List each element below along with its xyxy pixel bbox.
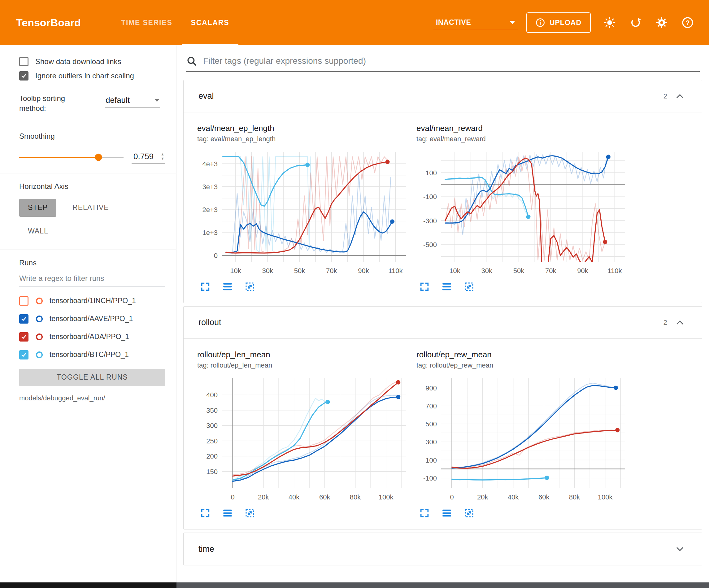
upload-button[interactable]: UPLOAD	[526, 12, 591, 33]
fit-domain-icon[interactable]	[464, 281, 475, 292]
svg-text:10k: 10k	[230, 267, 241, 275]
svg-text:500: 500	[425, 420, 437, 428]
run-checkbox[interactable]	[19, 350, 28, 359]
bottom-strip-left	[0, 582, 177, 588]
chart-rollout-ep-len-mean[interactable]: 020k40k60k80k100k150200250300350400	[197, 374, 411, 504]
section-body-rollout: rollout/ep_len_mean tag: rollout/ep_len_…	[184, 339, 702, 529]
run-label: tensorboard/AAVE/PPO_1	[50, 314, 133, 323]
chart-block-eval-mean-ep-length: eval/mean_ep_length tag: eval/mean_ep_le…	[197, 124, 411, 292]
show-download-links-checkbox[interactable]: Show data download links	[19, 57, 165, 66]
run-checkbox[interactable]	[19, 332, 28, 341]
expand-chart-icon[interactable]	[419, 281, 430, 292]
smoothing-slider[interactable]	[19, 154, 124, 161]
run-checkbox[interactable]	[19, 314, 28, 324]
svg-text:90k: 90k	[577, 267, 588, 275]
chevron-up-icon[interactable]	[676, 320, 684, 325]
runs-filter-input[interactable]	[19, 272, 165, 287]
svg-text:?: ?	[685, 19, 690, 27]
check-icon	[21, 352, 27, 358]
chart-eval-mean-ep-length[interactable]: 10k30k50k70k90k110k01e+32e+33e+34e+3	[197, 147, 411, 277]
header-icons: ?	[603, 16, 709, 29]
svg-text:100k: 100k	[598, 493, 613, 501]
ignore-outliers-checkbox[interactable]: Ignore outliers in chart scaling	[19, 71, 165, 80]
axis-wall-button[interactable]: WALL	[19, 222, 57, 240]
search-icon	[186, 56, 197, 66]
run-row-aave[interactable]: tensorboard/AAVE/PPO_1	[19, 310, 165, 328]
svg-text:90k: 90k	[358, 267, 369, 275]
main-tabs: TIME SERIES SCALARS	[112, 0, 238, 45]
checkbox-box[interactable]	[19, 71, 28, 80]
chevron-up-icon[interactable]	[676, 94, 684, 99]
svg-text:0: 0	[214, 252, 218, 259]
svg-text:20k: 20k	[477, 493, 488, 501]
tag-filter-input[interactable]	[203, 56, 699, 66]
help-icon[interactable]: ?	[681, 16, 694, 29]
axis-step-button[interactable]: STEP	[19, 199, 56, 217]
check-icon	[21, 73, 27, 79]
status-dropdown[interactable]: INACTIVE	[434, 15, 518, 30]
caret-down-icon	[509, 21, 515, 24]
refresh-icon[interactable]	[629, 16, 642, 29]
chevron-down-icon[interactable]	[676, 546, 684, 552]
svg-text:60k: 60k	[539, 493, 550, 501]
svg-text:70k: 70k	[545, 267, 556, 275]
chart-tag: tag: eval/mean_ep_length	[197, 135, 411, 143]
fit-domain-icon[interactable]	[244, 508, 256, 519]
checkbox-box[interactable]	[19, 57, 28, 66]
svg-text:900: 900	[425, 384, 437, 392]
expand-chart-icon[interactable]	[200, 281, 211, 292]
section-header-eval[interactable]: eval 2	[184, 80, 702, 112]
runs-list: tensorboard/1INCH/PPO_1 tensorboard/AAVE…	[19, 292, 165, 364]
tooltip-sorting-dropdown[interactable]: default	[105, 94, 160, 108]
fit-domain-icon[interactable]	[244, 281, 256, 292]
stepper-down-icon[interactable]: ▼	[161, 157, 164, 160]
brightness-icon[interactable]	[603, 16, 616, 29]
svg-text:80k: 80k	[350, 493, 361, 501]
slider-thumb[interactable]	[95, 154, 102, 161]
section-count: 2	[663, 92, 667, 100]
chart-toolbar	[197, 508, 411, 519]
chart-tag: tag: rollout/ep_len_mean	[197, 361, 411, 369]
section-count: 2	[663, 318, 667, 327]
svg-text:30k: 30k	[262, 267, 273, 275]
app-title: TensorBoard	[16, 17, 81, 29]
run-row-btc[interactable]: tensorboard/BTC/PPO_1	[19, 346, 165, 364]
svg-text:0: 0	[450, 493, 454, 501]
tab-time-series[interactable]: TIME SERIES	[112, 0, 182, 45]
axis-relative-button[interactable]: RELATIVE	[64, 199, 117, 217]
chart-rollout-ep-rew-mean[interactable]: 020k40k60k80k100k-100100300500700900	[416, 374, 630, 504]
run-row-ada[interactable]: tensorboard/ADA/PPO_1	[19, 328, 165, 346]
settings-icon[interactable]	[655, 16, 668, 29]
data-table-icon[interactable]	[441, 281, 452, 292]
bottom-strip-right	[177, 582, 709, 588]
svg-text:40k: 40k	[289, 493, 300, 501]
chart-eval-mean-reward[interactable]: 10k30k50k70k90k110k100-100-300-500	[416, 147, 630, 277]
expand-chart-icon[interactable]	[200, 508, 211, 519]
caret-down-icon	[155, 99, 159, 102]
data-table-icon[interactable]	[222, 281, 233, 292]
section-header-rollout[interactable]: rollout 2	[184, 307, 702, 339]
run-checkbox[interactable]	[19, 296, 28, 306]
check-icon	[21, 334, 27, 340]
run-row-1inch[interactable]: tensorboard/1INCH/PPO_1	[19, 292, 165, 310]
smoothing-value-input[interactable]: 0.759 ▲▼	[132, 151, 165, 164]
svg-text:100k: 100k	[379, 493, 394, 501]
section-title: eval	[199, 91, 214, 101]
data-table-icon[interactable]	[222, 508, 233, 519]
section-card-rollout: rollout 2 rollout/ep_len_mean tag: rollo…	[183, 306, 702, 530]
section-header-time[interactable]: time	[184, 533, 702, 565]
expand-chart-icon[interactable]	[419, 508, 430, 519]
fit-domain-icon[interactable]	[464, 508, 475, 519]
stepper-arrows[interactable]: ▲▼	[161, 152, 164, 160]
chart-toolbar	[197, 281, 411, 292]
tab-scalars[interactable]: SCALARS	[182, 0, 239, 45]
toggle-all-runs-button[interactable]: TOGGLE ALL RUNS	[19, 369, 165, 386]
data-table-icon[interactable]	[441, 508, 452, 519]
stepper-up-icon[interactable]: ▲	[161, 152, 164, 156]
svg-text:300: 300	[206, 422, 218, 430]
chart-title: rollout/ep_len_mean	[197, 350, 411, 359]
svg-text:50k: 50k	[294, 267, 305, 275]
svg-text:250: 250	[206, 437, 218, 445]
tensorboard-app: TensorBoard TIME SERIES SCALARS INACTIVE…	[0, 0, 709, 588]
chart-toolbar	[416, 281, 630, 292]
